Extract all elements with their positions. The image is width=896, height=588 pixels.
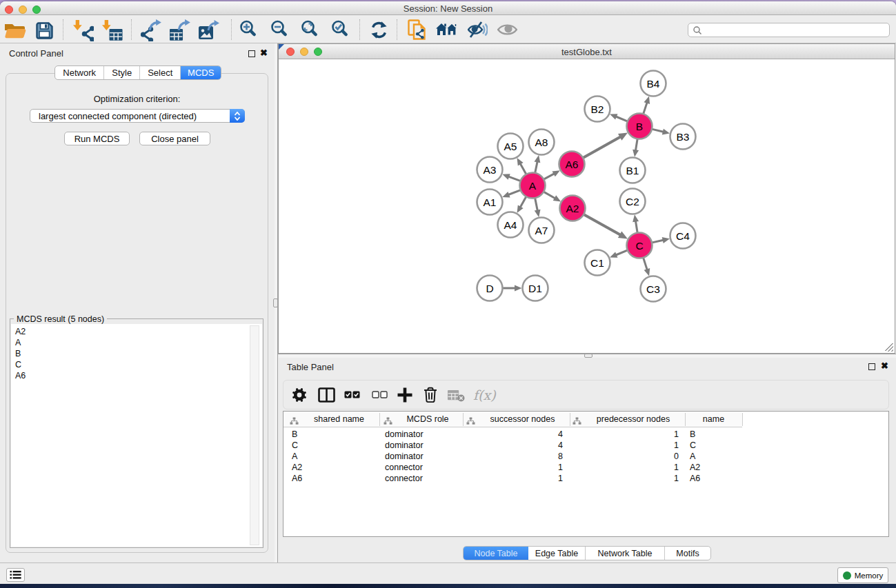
export-image-icon[interactable] [199, 20, 220, 41]
graph-edge[interactable] [520, 163, 526, 174]
graph-edge[interactable] [508, 176, 520, 181]
table-cell[interactable]: 1 [463, 473, 563, 484]
table-cell[interactable]: B [690, 429, 695, 440]
zoom-fit-icon[interactable] [301, 20, 317, 37]
table-cell[interactable]: A2 [292, 462, 302, 473]
search-input[interactable] [688, 23, 890, 37]
table-cell[interactable]: 0 [570, 451, 679, 462]
table-cell[interactable]: C [292, 440, 298, 451]
mcds-result-item[interactable]: A2 [11, 326, 262, 337]
save-session-icon[interactable] [35, 21, 54, 40]
mcds-result-item[interactable]: B [11, 348, 262, 359]
graph-edge[interactable] [616, 116, 628, 121]
control-panel-float-button[interactable] [248, 50, 255, 57]
table-panel-close-button[interactable]: ✖ [881, 363, 888, 369]
graph-edge[interactable] [636, 221, 638, 233]
show-columns-icon[interactable] [344, 391, 360, 399]
hide-selected-icon[interactable] [468, 21, 488, 39]
import-table-icon[interactable] [102, 19, 123, 41]
graph-edge[interactable] [535, 199, 538, 211]
table-cell[interactable]: B [292, 429, 297, 440]
network-canvas[interactable]: B4B2BB3A8A5A6A3B1AC2A1A2A4A7C4CC1C3DD1 [279, 59, 895, 353]
tab-node-table[interactable]: Node Table [464, 547, 528, 560]
tab-motifs[interactable]: Motifs [665, 547, 710, 560]
function-builder-icon[interactable]: f(x) [473, 387, 496, 403]
resize-grip-icon[interactable] [885, 343, 893, 352]
column-header-predecessor-nodes[interactable]: predecessor nodes [581, 414, 685, 424]
add-column-icon[interactable] [397, 387, 412, 403]
column-header-shared-name[interactable]: shared name [299, 414, 379, 424]
control-panel-close-button[interactable]: ✖ [260, 50, 268, 57]
table-cell[interactable]: A2 [690, 462, 700, 473]
vertical-split-grip[interactable] [273, 298, 278, 307]
mcds-result-scrollbar[interactable] [250, 325, 259, 545]
table-cell[interactable]: dominator [385, 429, 424, 440]
open-session-icon[interactable] [3, 19, 30, 41]
zoom-out-icon[interactable] [270, 20, 287, 37]
graph-edge[interactable] [653, 129, 664, 132]
table-cell[interactable]: 4 [463, 440, 563, 451]
table-cell[interactable]: 1 [570, 440, 679, 451]
table-cell[interactable]: 1 [570, 462, 679, 473]
table-cell[interactable]: A [292, 451, 297, 462]
table-cell[interactable]: dominator [385, 440, 424, 451]
show-selected-icon[interactable] [497, 23, 517, 37]
table-cell[interactable]: A6 [690, 473, 700, 484]
close-panel-button[interactable]: Close panel [139, 132, 210, 145]
mcds-result-list[interactable]: A2ABCA6 [11, 324, 262, 547]
graph-edge[interactable] [584, 214, 621, 235]
graph-edge[interactable] [644, 258, 648, 270]
tab-select[interactable]: Select [140, 66, 181, 79]
table-cell[interactable]: 4 [463, 429, 563, 440]
tab-network[interactable]: Network [55, 66, 104, 79]
table-cell[interactable]: 8 [463, 451, 563, 462]
show-panels-button[interactable] [6, 568, 25, 582]
graph-edge[interactable] [653, 240, 664, 243]
show-all-icon[interactable] [436, 21, 458, 38]
tab-style[interactable]: Style [104, 66, 140, 79]
tab-edge-table[interactable]: Edge Table [528, 547, 586, 560]
graph-edge[interactable] [544, 174, 555, 179]
table-cell[interactable]: C [690, 440, 696, 451]
graph-edge[interactable] [508, 190, 520, 195]
export-table-icon[interactable] [170, 19, 191, 41]
table-cell[interactable]: connector [385, 473, 423, 484]
zoom-in-icon[interactable] [239, 20, 256, 37]
hide-columns-icon[interactable] [372, 391, 388, 399]
graph-edge[interactable] [535, 161, 537, 172]
table-cell[interactable]: A [690, 451, 695, 462]
delete-column-icon[interactable] [424, 387, 437, 403]
horizontal-split-grip[interactable] [584, 354, 593, 358]
table-cell[interactable]: 1 [463, 462, 563, 473]
mcds-result-item[interactable]: C [11, 359, 262, 370]
export-network-icon[interactable] [141, 19, 162, 41]
run-mcds-button[interactable]: Run MCDS [64, 132, 130, 145]
import-network-icon[interactable] [73, 19, 94, 41]
memory-button[interactable]: Memory [837, 567, 888, 583]
graph-edge[interactable] [584, 136, 621, 157]
mcds-result-item[interactable]: A6 [11, 370, 262, 381]
network-window-titlebar[interactable]: testGlobe.txt [279, 44, 895, 59]
split-columns-icon[interactable] [318, 387, 335, 403]
apply-layout-icon[interactable] [370, 21, 388, 39]
delete-table-icon[interactable] [448, 388, 465, 402]
column-header-MCDS-role[interactable]: MCDS role [392, 414, 463, 424]
mcds-result-item[interactable]: A [11, 337, 262, 348]
table-cell[interactable]: A6 [292, 473, 302, 484]
table-cell[interactable]: dominator [385, 451, 424, 462]
table-cell[interactable]: 1 [570, 429, 679, 440]
zoom-selected-icon[interactable] [331, 20, 348, 37]
tab-mcds[interactable]: MCDS [181, 66, 221, 79]
graph-edge[interactable] [544, 192, 555, 198]
graph-edge[interactable] [616, 250, 628, 255]
graph-edge[interactable] [636, 139, 638, 151]
table-cell[interactable]: 1 [570, 473, 679, 484]
graph-edge[interactable] [644, 103, 647, 114]
table-options-icon[interactable] [291, 387, 308, 403]
graph-edge[interactable] [520, 197, 526, 207]
tab-network-table[interactable]: Network Table [586, 547, 665, 560]
table-cell[interactable]: connector [385, 462, 423, 473]
criterion-select[interactable]: largest connected component (directed) [30, 109, 245, 123]
column-header-name[interactable]: name [685, 414, 742, 424]
column-header-successor-nodes[interactable]: successor nodes [475, 414, 570, 424]
